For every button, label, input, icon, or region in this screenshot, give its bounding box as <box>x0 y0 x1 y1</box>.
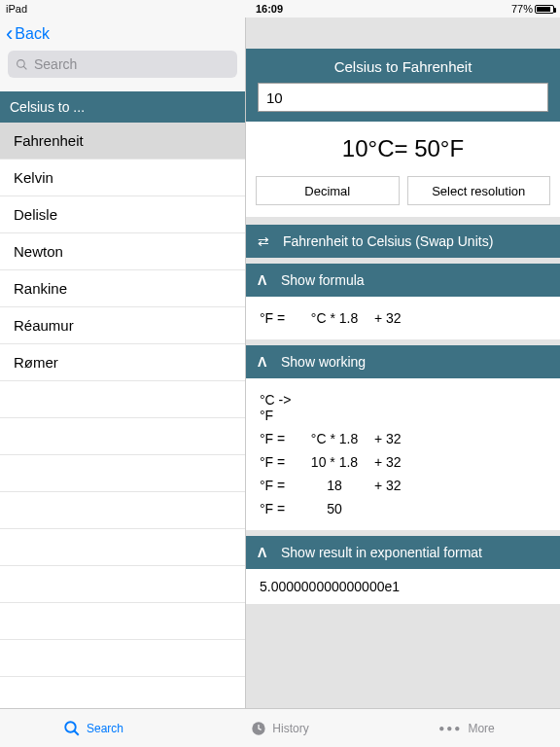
result-display: 10°C= 50°F <box>246 122 560 176</box>
list-item <box>0 381 245 418</box>
show-exp-toggle[interactable]: Λ Show result in exponential format <box>246 536 560 569</box>
working-label: Show working <box>281 354 366 370</box>
tab-more-label: More <box>468 722 494 735</box>
back-button[interactable]: ‹ Back <box>6 23 50 45</box>
formula-label: Show formula <box>281 272 365 288</box>
swap-icon: ⇄ <box>258 233 273 249</box>
chevron-left-icon: ‹ <box>6 23 13 45</box>
svg-point-0 <box>18 59 25 67</box>
resolution-select[interactable]: Select resolution <box>407 176 551 205</box>
tab-history[interactable]: History <box>187 709 373 747</box>
tab-history-label: History <box>272 722 308 735</box>
main-panel: Celsius to Fahrenheit 10°C= 50°F Decimal… <box>246 18 560 708</box>
format-select[interactable]: Decimal <box>256 176 400 205</box>
svg-point-2 <box>65 722 76 732</box>
unit-item-fahrenheit[interactable]: Fahrenheit <box>0 123 245 160</box>
exp-panel: 5.000000000000000e1 <box>246 569 560 604</box>
tab-search[interactable]: Search <box>0 709 187 747</box>
device-label: iPad <box>6 3 27 15</box>
unit-item-rankine[interactable]: Rankine <box>0 270 245 307</box>
back-label: Back <box>15 25 50 43</box>
exp-label: Show result in exponential format <box>281 545 482 560</box>
show-formula-toggle[interactable]: Λ Show formula <box>246 264 560 297</box>
list-item <box>0 529 245 566</box>
list-item <box>0 566 245 603</box>
unit-item-reaumur[interactable]: Réaumur <box>0 307 245 344</box>
swap-label: Fahrenheit to Celsius (Swap Units) <box>283 233 493 249</box>
converter-title: Celsius to Fahrenheit <box>246 49 560 83</box>
caret-icon: Λ <box>258 545 271 560</box>
list-item <box>0 455 245 492</box>
caret-icon: Λ <box>258 354 271 370</box>
list-item <box>0 418 245 455</box>
section-header: Celsius to ... <box>0 91 245 123</box>
search-icon <box>63 720 81 737</box>
list-item <box>0 640 245 677</box>
formula-panel: °F = °C * 1.8 + 32 <box>246 297 560 339</box>
search-placeholder: Search <box>34 56 77 72</box>
battery-pct: 77% <box>511 3 533 15</box>
list-item <box>0 603 245 640</box>
unit-list: Fahrenheit Kelvin Delisle Newton Rankine… <box>0 123 245 708</box>
tab-search-label: Search <box>87 722 123 735</box>
list-item <box>0 492 245 529</box>
unit-item-delisle[interactable]: Delisle <box>0 196 245 233</box>
tab-more[interactable]: ●●● More <box>373 709 560 747</box>
search-input[interactable]: Search <box>8 51 237 78</box>
svg-line-3 <box>74 730 79 735</box>
show-working-toggle[interactable]: Λ Show working <box>246 345 560 378</box>
svg-line-1 <box>23 66 26 69</box>
unit-item-newton[interactable]: Newton <box>0 233 245 270</box>
tab-bar: Search History ●●● More <box>0 708 560 747</box>
battery-icon <box>535 5 554 14</box>
unit-item-romer[interactable]: Rømer <box>0 344 245 381</box>
value-input[interactable] <box>258 83 548 112</box>
caret-icon: Λ <box>258 272 271 288</box>
working-panel: °C -> °F °F =°C * 1.8+ 32 °F =10 * 1.8+ … <box>246 378 560 530</box>
status-bar: iPad 16:09 77% <box>0 0 560 18</box>
sidebar: ‹ Back Search Celsius to ... Fahrenheit … <box>0 18 246 708</box>
unit-item-kelvin[interactable]: Kelvin <box>0 160 245 196</box>
clock: 16:09 <box>27 3 511 15</box>
swap-units-button[interactable]: ⇄ Fahrenheit to Celsius (Swap Units) <box>246 225 560 258</box>
search-icon <box>16 58 28 71</box>
clock-icon <box>251 721 266 736</box>
more-icon: ●●● <box>438 723 462 733</box>
